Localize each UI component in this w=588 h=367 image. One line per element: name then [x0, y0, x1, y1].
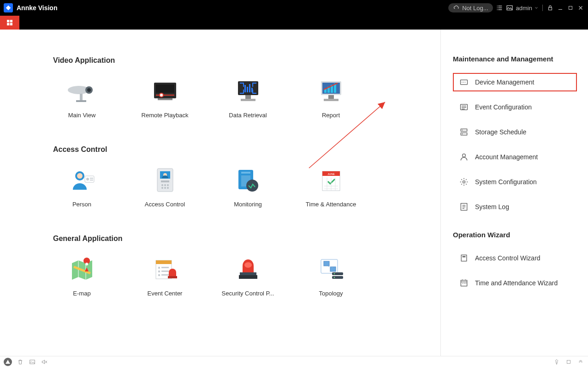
- tile-event-center[interactable]: Event Center: [136, 256, 194, 297]
- side-title-maintenance: Maintenance and Management: [453, 55, 577, 63]
- side-item-storage-schedule[interactable]: Storage Schedule: [453, 123, 577, 141]
- svg-rect-72: [239, 275, 257, 279]
- titlebar: Annke Vision Not Log... admin: [0, 0, 588, 16]
- svg-rect-22: [245, 95, 251, 99]
- svg-rect-23: [241, 99, 255, 101]
- svg-rect-11: [80, 94, 83, 100]
- svg-rect-41: [161, 180, 169, 182]
- svg-rect-69: [168, 276, 177, 278]
- person-icon: [66, 167, 98, 194]
- dashboard-tab[interactable]: [0, 16, 19, 30]
- svg-rect-4: [10, 20, 12, 22]
- user-menu[interactable]: admin: [516, 5, 539, 12]
- alert-icon[interactable]: [4, 358, 12, 366]
- svg-rect-18: [244, 85, 246, 92]
- restore-icon[interactable]: [565, 358, 572, 366]
- maximize-icon[interactable]: [567, 4, 574, 12]
- cloud-icon: [453, 4, 460, 12]
- image-icon[interactable]: [29, 358, 36, 366]
- lock-icon[interactable]: [546, 4, 554, 12]
- svg-rect-98: [30, 360, 35, 363]
- minimize-icon[interactable]: [557, 4, 564, 12]
- list-icon[interactable]: [496, 4, 503, 12]
- side-item-access-control-wizard[interactable]: Access Control Wizard: [453, 249, 577, 267]
- camera-icon: [66, 78, 98, 105]
- svg-point-33: [77, 173, 83, 179]
- svg-point-60: [85, 263, 88, 265]
- row-access: Person Access Control: [53, 167, 440, 208]
- svg-rect-71: [240, 272, 256, 275]
- svg-point-44: [167, 184, 169, 186]
- svg-rect-2: [569, 6, 572, 10]
- tabstrip: [0, 16, 588, 30]
- tile-label: Security Control P...: [220, 290, 276, 297]
- tile-data-retrieval[interactable]: Data Retrieval: [219, 78, 277, 119]
- svg-rect-36: [90, 178, 93, 179]
- tile-person[interactable]: Person: [53, 167, 111, 208]
- mute-icon[interactable]: [41, 358, 48, 366]
- side-panel: Maintenance and Management Device Manage…: [440, 30, 588, 356]
- svg-rect-5: [7, 23, 9, 25]
- playback-icon: [149, 78, 181, 105]
- trash-icon[interactable]: [17, 358, 24, 366]
- svg-rect-74: [324, 261, 329, 266]
- tile-emap[interactable]: E-map: [53, 256, 111, 297]
- side-item-event-configuration[interactable]: Event Configuration: [453, 98, 577, 116]
- tile-label: Event Center: [137, 290, 193, 297]
- tile-label: Monitoring: [220, 201, 276, 208]
- tile-time-attendance[interactable]: JUNE Time & Attendance: [302, 167, 360, 208]
- tile-label: Topology: [303, 290, 359, 297]
- tile-access-control[interactable]: Access Control: [136, 167, 194, 208]
- tile-label: Access Control: [137, 201, 193, 208]
- side-item-account-management[interactable]: Account Management: [453, 148, 577, 166]
- side-item-label: Access Control Wizard: [475, 254, 540, 262]
- tile-monitoring[interactable]: Monitoring: [219, 167, 277, 208]
- tile-label: Main View: [54, 112, 110, 119]
- svg-rect-12: [76, 100, 86, 102]
- side-item-device-management[interactable]: Device Management: [453, 73, 577, 91]
- svg-rect-63: [158, 267, 160, 269]
- svg-point-15: [160, 93, 163, 97]
- body: Video Application Main View: [0, 30, 588, 356]
- tile-security-control-panel[interactable]: Security Control P...: [219, 256, 277, 297]
- svg-point-89: [463, 154, 466, 157]
- section-title-access: Access Control: [53, 145, 440, 154]
- svg-rect-66: [161, 271, 169, 272]
- statusbar: [0, 356, 588, 367]
- pin-icon[interactable]: [553, 358, 560, 366]
- svg-rect-92: [461, 255, 467, 261]
- svg-rect-21: [251, 88, 253, 92]
- app-logo: [4, 3, 13, 12]
- section-title-general: General Application: [53, 235, 440, 243]
- picture-icon[interactable]: [506, 4, 513, 12]
- side-item-label: Account Management: [475, 153, 538, 161]
- log-icon: [459, 202, 469, 211]
- expand-icon[interactable]: [577, 358, 584, 366]
- svg-point-97: [465, 283, 466, 284]
- alarm-icon: [232, 256, 264, 283]
- tile-remote-playback[interactable]: Remote Playback: [136, 78, 194, 119]
- svg-point-79: [333, 277, 335, 278]
- tile-main-view[interactable]: Main View: [53, 78, 111, 119]
- svg-rect-99: [567, 360, 570, 363]
- row-general: E-map Event Center: [53, 256, 440, 297]
- svg-rect-19: [247, 87, 248, 92]
- tile-label: E-map: [54, 290, 110, 297]
- user-name: admin: [516, 5, 532, 12]
- tile-report[interactable]: Report: [302, 78, 360, 119]
- side-item-system-configuration[interactable]: System Configuration: [453, 173, 577, 191]
- wizard-ta-icon: [459, 278, 469, 288]
- data-retrieval-icon: [232, 78, 264, 105]
- svg-point-88: [462, 133, 463, 134]
- svg-point-83: [465, 82, 466, 83]
- tile-topology[interactable]: Topology: [302, 256, 360, 297]
- login-status-text: Not Log...: [462, 5, 488, 12]
- side-item-time-attendance-wizard[interactable]: Time and Attendance Wizard: [453, 274, 577, 292]
- event-config-icon: [459, 102, 469, 112]
- side-item-system-log[interactable]: System Log: [453, 198, 577, 216]
- svg-point-87: [462, 130, 463, 131]
- side-title-wizard: Operation Wizard: [453, 231, 577, 239]
- login-status-pill[interactable]: Not Log...: [448, 3, 493, 12]
- close-icon[interactable]: [577, 4, 584, 12]
- svg-point-96: [464, 283, 465, 284]
